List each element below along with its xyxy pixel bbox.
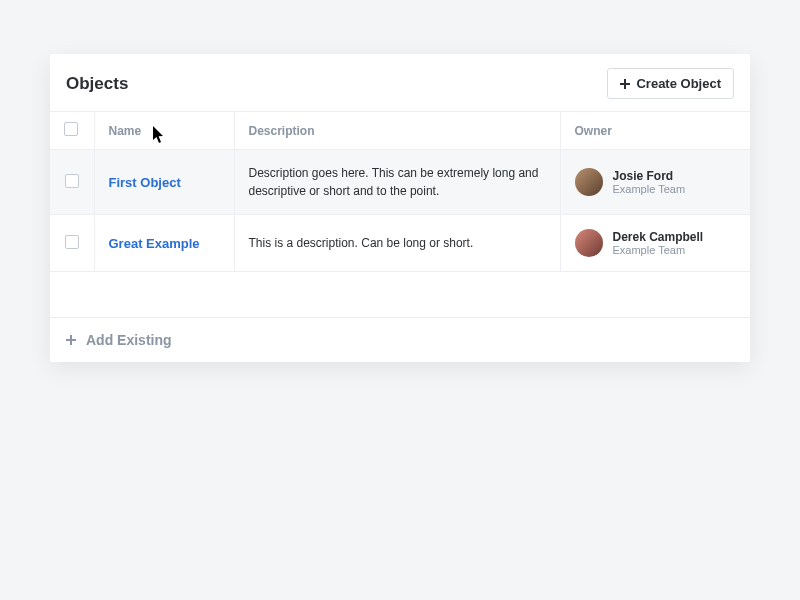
objects-table: Name Description Owner First Object (50, 111, 750, 318)
row-checkbox[interactable] (65, 174, 79, 188)
create-object-label: Create Object (636, 76, 721, 91)
column-header-name[interactable]: Name (94, 112, 234, 150)
object-description: Description goes here. This can be extre… (249, 164, 546, 200)
table-spacer (50, 272, 750, 318)
object-description: This is a description. Can be long or sh… (249, 234, 546, 252)
table-row[interactable]: First Object Description goes here. This… (50, 150, 750, 215)
plus-icon (620, 79, 630, 89)
objects-panel: Objects Create Object Name Description O… (50, 54, 750, 362)
table-header-row: Name Description Owner (50, 112, 750, 150)
avatar (575, 168, 603, 196)
panel-title: Objects (66, 74, 128, 94)
avatar (575, 229, 603, 257)
owner-name: Josie Ford (613, 169, 686, 183)
column-header-owner[interactable]: Owner (560, 112, 750, 150)
owner-team: Example Team (613, 183, 686, 195)
owner-name: Derek Campbell (613, 230, 704, 244)
column-header-description[interactable]: Description (234, 112, 560, 150)
column-header-owner-label: Owner (575, 124, 612, 138)
object-name-link[interactable]: First Object (109, 175, 181, 190)
table-row[interactable]: Great Example This is a description. Can… (50, 215, 750, 272)
add-existing-label: Add Existing (86, 332, 172, 348)
column-header-checkbox (50, 112, 94, 150)
owner-team: Example Team (613, 244, 704, 256)
column-header-name-label: Name (109, 124, 142, 138)
create-object-button[interactable]: Create Object (607, 68, 734, 99)
panel-header: Objects Create Object (50, 54, 750, 111)
owner-cell: Josie Ford Example Team (575, 168, 737, 196)
plus-icon (66, 335, 76, 345)
owner-cell: Derek Campbell Example Team (575, 229, 737, 257)
column-header-description-label: Description (249, 124, 315, 138)
select-all-checkbox[interactable] (64, 122, 78, 136)
object-name-link[interactable]: Great Example (109, 236, 200, 251)
add-existing-button[interactable]: Add Existing (50, 318, 750, 362)
row-checkbox[interactable] (65, 235, 79, 249)
